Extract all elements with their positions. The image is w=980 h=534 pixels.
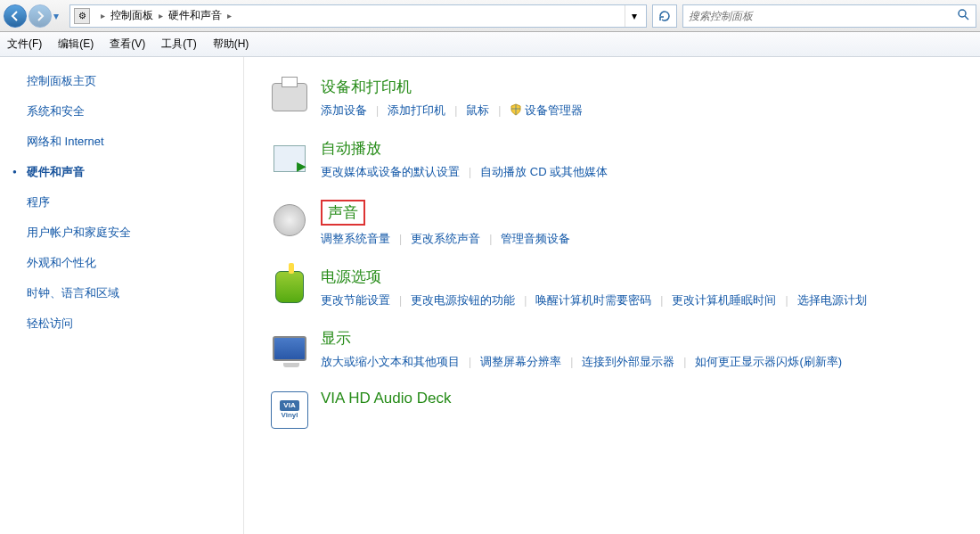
category: 设备和打印机添加设备|添加打印机|鼠标|设备管理器 — [269, 77, 962, 120]
power-icon — [269, 267, 310, 308]
link-divider: | — [570, 352, 573, 372]
search-icon[interactable] — [956, 7, 970, 24]
sub-link[interactable]: 管理音频设备 — [501, 229, 570, 249]
breadcrumb-sep-icon: ▸ — [159, 11, 163, 21]
sidebar-item[interactable]: 程序 — [27, 194, 236, 210]
category: 显示放大或缩小文本和其他项目|调整屏幕分辨率|连接到外部显示器|如何更正显示器闪… — [269, 328, 962, 372]
category-title[interactable]: 设备和打印机 — [321, 77, 412, 97]
search-box[interactable] — [682, 4, 976, 28]
menu-view[interactable]: 查看(V) — [110, 37, 145, 52]
sub-link[interactable]: 调整屏幕分辨率 — [480, 352, 561, 372]
sub-links: 调整系统音量|更改系统声音|管理音频设备 — [321, 229, 962, 249]
location-icon: ⚙ — [74, 8, 90, 24]
link-divider: | — [524, 291, 527, 310]
sound-icon — [269, 200, 310, 241]
link-divider: | — [376, 101, 379, 120]
category-title[interactable]: 显示 — [321, 328, 351, 349]
breadcrumb-item[interactable]: 硬件和声音 — [168, 8, 222, 23]
menu-help[interactable]: 帮助(H) — [213, 37, 249, 52]
sidebar-item[interactable]: 控制面板主页 — [27, 73, 236, 89]
display-icon — [269, 328, 310, 369]
sub-links: 更改媒体或设备的默认设置|自动播放 CD 或其他媒体 — [321, 162, 962, 182]
category-title[interactable]: 电源选项 — [321, 267, 381, 287]
svg-line-1 — [965, 16, 968, 20]
sidebar-item[interactable]: 时钟、语言和区域 — [27, 285, 236, 301]
sub-link[interactable]: 调整系统音量 — [321, 229, 390, 249]
category: 自动播放更改媒体或设备的默认设置|自动播放 CD 或其他媒体 — [269, 138, 962, 182]
breadcrumb-sep-icon: ▸ — [227, 11, 232, 21]
link-divider: | — [498, 101, 501, 120]
sub-link[interactable]: 添加打印机 — [388, 101, 445, 120]
sub-link[interactable]: 设备管理器 — [510, 101, 583, 120]
search-input[interactable] — [689, 10, 956, 22]
content: 设备和打印机添加设备|添加打印机|鼠标|设备管理器自动播放更改媒体或设备的默认设… — [244, 57, 980, 534]
sidebar-item[interactable]: 轻松访问 — [27, 316, 236, 332]
svg-point-0 — [959, 10, 966, 17]
address-dropdown[interactable]: ▾ — [625, 5, 642, 27]
sub-links: 添加设备|添加打印机|鼠标|设备管理器 — [321, 101, 962, 120]
breadcrumb-item[interactable]: 控制面板 — [110, 8, 153, 23]
link-divider: | — [469, 352, 471, 372]
sub-link[interactable]: 添加设备 — [321, 101, 367, 120]
menu-file[interactable]: 文件(F) — [7, 37, 42, 52]
sub-link[interactable]: 唤醒计算机时需要密码 — [535, 291, 651, 310]
category: 电源选项更改节能设置|更改电源按钮的功能|唤醒计算机时需要密码|更改计算机睡眠时… — [269, 267, 962, 310]
category-title[interactable]: 自动播放 — [321, 138, 381, 159]
autoplay-icon — [269, 138, 310, 179]
refresh-button[interactable] — [652, 4, 677, 28]
sub-link[interactable]: 选择电源计划 — [797, 291, 867, 310]
shield-icon — [510, 103, 522, 116]
menu-tools[interactable]: 工具(T) — [161, 37, 196, 52]
link-divider: | — [785, 291, 788, 310]
printer-icon — [269, 77, 310, 118]
sub-link[interactable]: 更改电源按钮的功能 — [411, 291, 515, 310]
sub-link[interactable]: 更改计算机睡眠时间 — [672, 291, 776, 310]
sidebar-item[interactable]: 系统和安全 — [27, 103, 236, 119]
sidebar-item[interactable]: 用户帐户和家庭安全 — [27, 225, 236, 241]
link-divider: | — [399, 291, 402, 310]
menu-edit[interactable]: 编辑(E) — [58, 37, 94, 52]
link-divider: | — [660, 291, 663, 310]
sub-link[interactable]: 鼠标 — [466, 101, 489, 120]
sub-link[interactable]: 自动播放 CD 或其他媒体 — [480, 162, 608, 182]
sidebar-item[interactable]: 外观和个性化 — [27, 255, 236, 271]
link-divider: | — [399, 229, 402, 249]
sub-link[interactable]: 如何更正显示器闪烁(刷新率) — [695, 352, 842, 372]
address-bar: ▾ ⚙ ▸ 控制面板 ▸ 硬件和声音 ▸ ▾ — [0, 0, 980, 32]
sub-links: 放大或缩小文本和其他项目|调整屏幕分辨率|连接到外部显示器|如何更正显示器闪烁(… — [321, 352, 962, 372]
category: VIAVinylVIA HD Audio Deck — [269, 390, 962, 431]
link-divider: | — [683, 352, 686, 372]
sidebar-item[interactable]: 网络和 Internet — [27, 134, 236, 150]
link-divider: | — [454, 101, 457, 120]
sub-link[interactable]: 更改节能设置 — [321, 291, 390, 310]
category: 声音调整系统音量|更改系统声音|管理音频设备 — [269, 200, 962, 249]
link-divider: | — [489, 229, 492, 249]
via-icon: VIAVinyl — [269, 390, 310, 431]
forward-button[interactable] — [29, 4, 52, 28]
sub-link[interactable]: 更改系统声音 — [411, 229, 480, 249]
sub-link[interactable]: 连接到外部显示器 — [582, 352, 674, 372]
category-title[interactable]: 声音 — [321, 200, 365, 226]
sub-link[interactable]: 放大或缩小文本和其他项目 — [321, 352, 460, 372]
main-area: 控制面板主页系统和安全网络和 Internet硬件和声音程序用户帐户和家庭安全外… — [0, 57, 980, 534]
sidebar-item[interactable]: 硬件和声音 — [27, 164, 236, 180]
link-divider: | — [469, 162, 471, 182]
sub-links: 更改节能设置|更改电源按钮的功能|唤醒计算机时需要密码|更改计算机睡眠时间|选择… — [321, 291, 962, 310]
history-dropdown[interactable]: ▾ — [53, 10, 66, 22]
sidebar: 控制面板主页系统和安全网络和 Internet硬件和声音程序用户帐户和家庭安全外… — [0, 57, 244, 534]
category-title[interactable]: VIA HD Audio Deck — [321, 390, 451, 407]
sub-link[interactable]: 更改媒体或设备的默认设置 — [321, 162, 460, 182]
breadcrumb-sep-icon: ▸ — [101, 11, 105, 21]
address-field[interactable]: ⚙ ▸ 控制面板 ▸ 硬件和声音 ▸ ▾ — [69, 4, 647, 28]
back-button[interactable] — [4, 4, 27, 28]
menu-bar: 文件(F) 编辑(E) 查看(V) 工具(T) 帮助(H) — [0, 32, 980, 57]
